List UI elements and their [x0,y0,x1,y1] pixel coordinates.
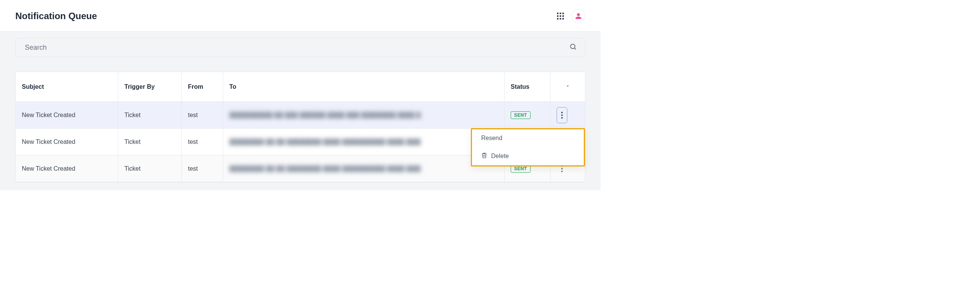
caret-down-icon [557,83,579,89]
svg-rect-2 [562,13,564,14]
svg-point-13 [561,117,563,119]
cell-to: ████████ ██ ██ ████████ ████ ██████████ … [223,129,505,155]
topbar-actions [557,9,585,23]
trash-icon [481,152,487,160]
search-icon [569,43,577,52]
search-input[interactable] [15,38,585,57]
table-row: New Ticket Created Ticket test █████████… [16,102,585,129]
svg-point-19 [561,171,563,172]
column-header-subject[interactable]: Subject [16,72,118,102]
cell-from: test [182,129,223,155]
cell-status: SENT [505,102,550,129]
user-avatar[interactable] [572,9,585,23]
svg-line-10 [575,48,576,50]
cell-subject: New Ticket Created [16,129,118,155]
notifications-table: Subject Trigger By From To Status New Ti… [15,72,585,183]
cell-trigger-by: Ticket [118,102,182,129]
row-actions-menu: Resend Delete [471,128,585,166]
svg-rect-1 [560,13,561,14]
svg-rect-7 [560,18,561,20]
column-header-from[interactable]: From [182,72,223,102]
row-actions-button[interactable] [557,107,567,123]
svg-point-12 [561,114,563,116]
column-header-trigger-by[interactable]: Trigger By [118,72,182,102]
menu-item-resend[interactable]: Resend [472,129,584,147]
cell-from: test [182,102,223,129]
svg-rect-4 [560,15,561,17]
cell-subject: New Ticket Created [16,102,118,129]
svg-rect-0 [557,13,559,14]
svg-point-18 [561,168,563,170]
svg-rect-6 [557,18,559,20]
svg-rect-8 [562,18,564,20]
cell-subject: New Ticket Created [16,155,118,182]
column-header-actions[interactable] [550,72,585,102]
apps-grid-icon[interactable] [557,13,564,20]
svg-rect-3 [557,15,559,17]
cell-from: test [182,155,223,182]
svg-point-9 [570,44,575,49]
svg-rect-5 [562,15,564,17]
svg-point-11 [561,112,563,113]
topbar: Notification Queue [0,0,601,32]
menu-item-delete[interactable]: Delete [472,147,584,165]
table-header-row: Subject Trigger By From To Status [16,72,585,102]
status-badge: SENT [511,111,531,119]
column-header-status[interactable]: Status [505,72,550,102]
search-wrap [15,38,585,57]
cell-to: ████████ ██ ██ ████████ ████ ██████████ … [223,155,505,182]
menu-item-label: Delete [491,153,509,160]
column-header-to[interactable]: To [223,72,505,102]
cell-to: ██████████ ██ ███ ██████ ████ ███ ██████… [223,102,505,129]
cell-trigger-by: Ticket [118,129,182,155]
menu-item-label: Resend [481,135,502,142]
page-title: Notification Queue [15,11,97,21]
cell-trigger-by: Ticket [118,155,182,182]
